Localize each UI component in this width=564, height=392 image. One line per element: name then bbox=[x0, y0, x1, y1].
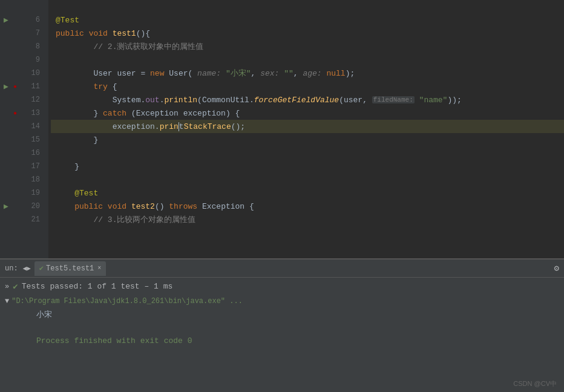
checkmark-icon: ✔ bbox=[13, 281, 18, 292]
tab-chevron-icon: ◀▶ bbox=[23, 264, 31, 272]
run-icon-line10[interactable]: ▶ bbox=[0, 80, 12, 93]
watermark: CSDN @CV中 bbox=[513, 379, 557, 388]
tab-bar: un: ◀▶ ✔ Test5.test1 × ⚙ bbox=[0, 260, 564, 278]
output-value-line: 小宋 bbox=[0, 307, 564, 322]
line-num-9: 9 bbox=[12, 53, 44, 67]
spacer4 bbox=[0, 67, 12, 80]
spacer2 bbox=[0, 40, 12, 53]
spacer6 bbox=[0, 106, 12, 120]
settings-gear-icon[interactable]: ⚙ bbox=[554, 263, 559, 273]
code-line-blank bbox=[51, 0, 564, 13]
test-pass-tab-icon: ✔ bbox=[39, 264, 44, 273]
tab-close-button[interactable]: × bbox=[97, 265, 101, 272]
test-tab[interactable]: ✔ Test5.test1 × bbox=[34, 261, 106, 276]
line-numbers: 6 7 8 9 10 ● 11 12 ● 13 14 15 16 17 18 1… bbox=[12, 0, 48, 258]
line-num-18: 18 bbox=[12, 173, 44, 186]
line-num-15: 15 bbox=[12, 133, 44, 146]
code-line-20: public void test2 () throws Exception { bbox=[51, 200, 564, 213]
line-num-13: ● 13 bbox=[12, 106, 44, 120]
line-num-21: 21 bbox=[12, 213, 44, 226]
chevron-down-icon: ▼ bbox=[5, 297, 9, 305]
spacer3 bbox=[0, 53, 12, 67]
code-line-9 bbox=[51, 53, 564, 67]
spacer7 bbox=[0, 120, 12, 133]
run-icon-line19[interactable]: ▶ bbox=[0, 200, 12, 213]
test-result-text: Tests passed: 1 of 1 test – 1 ms bbox=[22, 282, 173, 291]
output-area: » ✔ Tests passed: 1 of 1 test – 1 ms ▼ "… bbox=[0, 278, 564, 392]
process-text: Process finished with exit code 0 bbox=[36, 336, 192, 345]
line-num-19: 19 bbox=[12, 186, 44, 200]
code-line-16 bbox=[51, 146, 564, 160]
output-value: 小宋 bbox=[36, 309, 52, 320]
code-line-18 bbox=[51, 173, 564, 186]
blank-output-line bbox=[0, 322, 564, 335]
code-line-12: System . out . println ( CommonUtil . fo… bbox=[51, 93, 564, 106]
code-line-15: } bbox=[51, 133, 564, 146]
spacer10 bbox=[0, 160, 12, 173]
code-editor: ▶ ▶ ▶ 6 7 8 9 bbox=[0, 0, 564, 258]
code-line-17: } bbox=[51, 160, 564, 173]
spacer9 bbox=[0, 146, 12, 160]
code-line-6: @Test bbox=[51, 13, 564, 27]
line-num-17: 17 bbox=[12, 160, 44, 173]
tab-label: Test5.test1 bbox=[46, 264, 94, 273]
line-num-12: 12 bbox=[12, 93, 44, 106]
left-gutter-icons: ▶ ▶ ▶ bbox=[0, 0, 12, 258]
spacer8 bbox=[0, 133, 12, 146]
test-result-line: » ✔ Tests passed: 1 of 1 test – 1 ms bbox=[0, 278, 564, 295]
code-line-14: exception. prin t StackTrace (); bbox=[51, 120, 564, 133]
code-line-8: // 2.测试获取对象中的属性值 bbox=[51, 40, 564, 53]
run-label: un: bbox=[5, 264, 18, 273]
cmd-output-line: ▼ "D:\Program Files\Java\jdk1.8.0_261\bi… bbox=[0, 295, 564, 307]
line-num-10: 10 bbox=[12, 67, 44, 80]
code-text-area[interactable]: @Test public void test1 (){ // 2.测试获取对象中… bbox=[48, 0, 564, 258]
bottom-panel: un: ◀▶ ✔ Test5.test1 × ⚙ » ✔ Tests passe… bbox=[0, 259, 564, 392]
run-icon-line6[interactable]: ▶ bbox=[0, 13, 12, 27]
cmd-text: "D:\Program Files\Java\jdk1.8.0_261\bin\… bbox=[11, 297, 243, 305]
line-num-blank bbox=[12, 0, 44, 13]
line-num-8: 8 bbox=[12, 40, 44, 53]
line-num-20: 20 bbox=[12, 200, 44, 213]
code-line-10: User user = new User ( name: "小宋" , sex:… bbox=[51, 67, 564, 80]
process-finished-line: Process finished with exit code 0 bbox=[0, 335, 564, 347]
spacer11 bbox=[0, 173, 12, 186]
code-line-11: try { bbox=[51, 80, 564, 93]
code-line-19: @Test bbox=[51, 186, 564, 200]
spacer1 bbox=[0, 27, 12, 40]
code-line-21: // 3.比较两个对象的属性值 bbox=[51, 213, 564, 226]
line-num-14: 14 bbox=[12, 120, 44, 133]
spacer5 bbox=[0, 93, 12, 106]
line-num-7: 7 bbox=[12, 27, 44, 40]
line-num-6: 6 bbox=[12, 13, 44, 27]
line-num-11: ● 11 bbox=[12, 80, 44, 93]
code-line-7: public void test1 (){ bbox=[51, 27, 564, 40]
line-num-16: 16 bbox=[12, 146, 44, 160]
main-container: ▶ ▶ ▶ 6 7 8 9 bbox=[0, 0, 564, 392]
spacer12 bbox=[0, 186, 12, 200]
code-line-13: } catch ( Exception exception) { bbox=[51, 106, 564, 120]
